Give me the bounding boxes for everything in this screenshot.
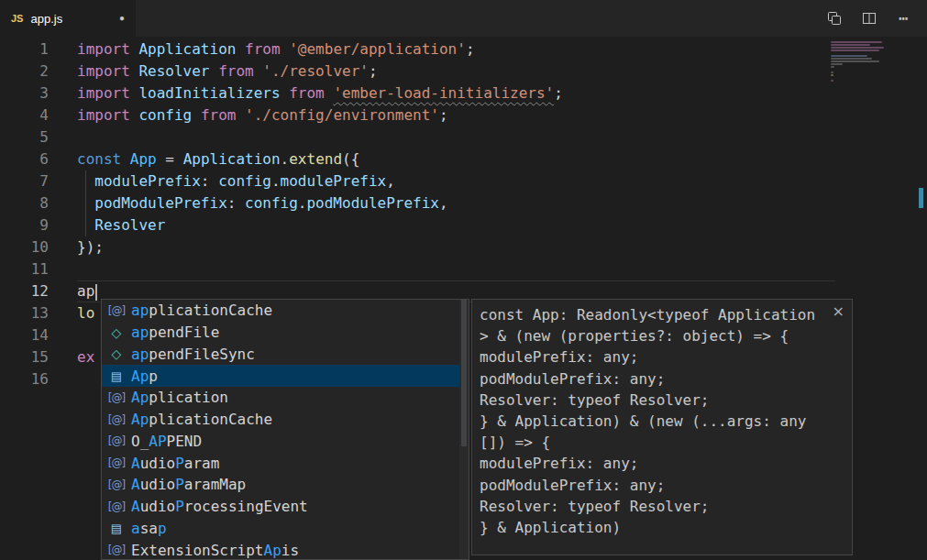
- code-token: lo: [77, 304, 94, 322]
- code-token: from: [245, 40, 281, 58]
- property-icon: [@]: [105, 304, 127, 317]
- line-number: 10: [0, 236, 49, 258]
- code-token: App: [130, 150, 157, 168]
- line-number: 8: [0, 192, 49, 214]
- modified-indicator-dot[interactable]: ●: [119, 14, 125, 23]
- property-icon: [@]: [105, 478, 127, 491]
- suggest-item[interactable]: ◇appendFile: [102, 322, 459, 344]
- code-token: ,: [386, 172, 395, 190]
- suggest-item[interactable]: ◇appendFileSync: [102, 344, 459, 366]
- code-token: config: [138, 106, 192, 124]
- minimap-line: [831, 66, 834, 68]
- method-icon: ◇: [105, 346, 127, 361]
- code-token: Application: [138, 40, 236, 58]
- property-icon: [@]: [105, 413, 127, 426]
- minimap-line: [831, 49, 879, 51]
- variable-icon: ▤: [105, 522, 127, 535]
- code-token: from: [201, 106, 237, 124]
- code-token: config: [218, 172, 271, 190]
- code-line[interactable]: [77, 126, 563, 148]
- overview-ruler-mark: [919, 188, 923, 208]
- code-token: ;: [466, 40, 475, 58]
- code-token: ex: [77, 348, 94, 366]
- suggest-item[interactable]: [@]O_APPEND: [102, 431, 459, 453]
- suggest-item-label: App: [131, 368, 158, 385]
- open-changes-icon[interactable]: [826, 10, 843, 27]
- suggest-item[interactable]: ▤App: [102, 365, 459, 387]
- minimap-line: [831, 44, 870, 46]
- suggest-scrollbar-thumb[interactable]: [461, 300, 467, 446]
- code-token: [325, 84, 334, 102]
- doc-line: > & (new (properties?: object) => {: [480, 325, 832, 346]
- code-token: ({: [342, 150, 359, 168]
- minimap-line: [831, 47, 884, 49]
- code-token: [130, 84, 139, 102]
- code-token: modulePrefix: [281, 172, 387, 190]
- line-number: 12: [0, 280, 49, 302]
- close-docs-icon[interactable]: ×: [833, 302, 844, 320]
- line-number: 15: [0, 346, 49, 368]
- code-token: [192, 106, 201, 124]
- code-token: [281, 40, 290, 58]
- code-token: Resolver: [138, 62, 209, 80]
- code-line[interactable]: [77, 258, 563, 280]
- code-token: './config/environment': [245, 106, 439, 124]
- line-number: 11: [0, 258, 49, 280]
- property-icon: [@]: [105, 500, 127, 513]
- code-token: modulePrefix: [94, 172, 201, 190]
- property-icon: [@]: [105, 391, 127, 404]
- tab-appjs[interactable]: JS app.js ●: [0, 0, 136, 37]
- code-token: [236, 106, 245, 124]
- more-actions-icon[interactable]: ⋯: [896, 10, 912, 27]
- suggest-item-label: AudioParam: [131, 455, 219, 472]
- suggest-item[interactable]: [@]AudioParam: [102, 452, 459, 474]
- code-token: [77, 216, 94, 234]
- code-line[interactable]: const App = Application.extend({: [77, 148, 563, 170]
- suggest-item[interactable]: [@]ExtensionScriptApis: [102, 539, 459, 559]
- code-token: [121, 150, 130, 168]
- code-token: Application: [183, 150, 281, 168]
- suggest-list: [@]applicationCache◇appendFile◇appendFil…: [102, 300, 459, 559]
- suggest-item[interactable]: [@]applicationCache: [102, 300, 459, 322]
- text-cursor: [95, 284, 97, 301]
- suggest-item[interactable]: [@]ApplicationCache: [102, 409, 459, 431]
- code-token: =: [157, 150, 183, 168]
- suggest-item[interactable]: [@]Application: [102, 387, 459, 409]
- code-line[interactable]: modulePrefix: config.modulePrefix,: [77, 170, 563, 192]
- suggest-scrollbar[interactable]: [459, 300, 469, 559]
- code-line[interactable]: Resolver: [77, 214, 563, 236]
- code-token: from: [218, 62, 254, 80]
- code-token: config: [245, 194, 298, 212]
- doc-line: const App: Readonly<typeof Application: [480, 304, 832, 325]
- line-number: 7: [0, 170, 49, 192]
- code-token: import: [77, 40, 130, 58]
- code-token: extend: [289, 150, 342, 168]
- minimap[interactable]: [831, 41, 888, 85]
- doc-line: Resolver: typeof Resolver;: [480, 496, 832, 517]
- code-line[interactable]: import Resolver from './resolver';: [77, 60, 563, 82]
- suggest-item[interactable]: [@]AudioParamMap: [102, 474, 459, 496]
- code-line[interactable]: });: [77, 236, 563, 258]
- split-editor-icon[interactable]: [861, 10, 877, 27]
- code-token: [130, 62, 139, 80]
- code-token: podModulePrefix: [306, 194, 439, 212]
- code-token: :: [227, 194, 245, 212]
- suggest-item-label: asap: [131, 520, 167, 537]
- code-token: [254, 62, 263, 80]
- minimap-line: [831, 60, 879, 62]
- code-line[interactable]: import loadInitializers from 'ember-load…: [77, 82, 563, 104]
- code-line[interactable]: import Application from '@ember/applicat…: [77, 38, 563, 60]
- suggest-item[interactable]: [@]AudioProcessingEvent: [102, 496, 459, 518]
- variable-icon: ▤: [105, 369, 127, 383]
- doc-line: } & Application): [480, 517, 832, 538]
- suggest-item-label: AudioProcessingEvent: [131, 498, 308, 515]
- doc-line: []) => {: [480, 432, 832, 453]
- suggest-item-label: appendFile: [131, 324, 219, 341]
- line-number: 14: [0, 324, 49, 346]
- code-token: from: [289, 84, 325, 102]
- code-token: [130, 40, 139, 58]
- minimap-line: [831, 74, 833, 76]
- code-line[interactable]: import config from './config/environment…: [77, 104, 563, 126]
- code-line[interactable]: podModulePrefix: config.podModulePrefix,: [77, 192, 563, 214]
- suggest-item[interactable]: ▤asap: [102, 518, 459, 540]
